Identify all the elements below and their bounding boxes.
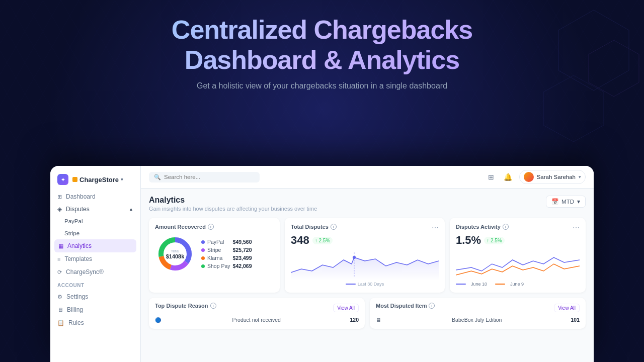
avatar bbox=[524, 172, 534, 182]
main-content: 🔍 ⊞ 🔔 Sarah Sarehah ▾ Analytics Gain ins… bbox=[141, 166, 594, 362]
dashboard-icon: ⊞ bbox=[57, 194, 62, 200]
sidebar-item-dashboard[interactable]: ⊞ Dashboard bbox=[50, 190, 140, 203]
total-disputes-menu-icon[interactable]: ⋯ bbox=[432, 224, 439, 232]
grid-icon[interactable]: ⊞ bbox=[485, 171, 497, 183]
shoppay-dot bbox=[201, 264, 205, 268]
store-chevron-icon: ▾ bbox=[121, 177, 123, 182]
dispute-reason-row: 🔵 Product not received 120 bbox=[155, 316, 359, 324]
sidebar-item-billing[interactable]: 🖥 Billing bbox=[50, 303, 140, 316]
sidebar-item-rules[interactable]: 📋 Rules bbox=[50, 316, 140, 329]
most-disputed-view-all-button[interactable]: View All bbox=[554, 304, 580, 312]
total-disputes-header: Total Disputes i ⋯ bbox=[291, 224, 439, 234]
calendar-icon: 📅 bbox=[551, 198, 558, 205]
sidebar-item-paypal[interactable]: PayPal bbox=[50, 215, 140, 227]
topbar-actions: ⊞ 🔔 Sarah Sarehah ▾ bbox=[485, 170, 586, 184]
disputes-activity-card: Disputes Activity i ⋯ 1.5% ↑ 2.5% bbox=[450, 218, 586, 293]
most-disputed-item-row: 🖥 BabeBox July Edition 101 bbox=[376, 316, 580, 324]
user-name: Sarah Sarehah bbox=[537, 174, 576, 180]
disputes-activity-info-icon: i bbox=[503, 224, 509, 230]
stripe-dot bbox=[201, 248, 205, 252]
store-name[interactable]: ChargeStore ▾ bbox=[72, 176, 123, 184]
legend: PayPal $49,560 Stripe $25,720 Klarna bbox=[201, 239, 252, 269]
search-input[interactable] bbox=[164, 174, 255, 180]
legend-item-paypal: PayPal $49,560 bbox=[201, 239, 252, 245]
sidebar-item-disputes[interactable]: ◈ Disputes ▲ bbox=[50, 203, 140, 215]
disputes-activity-menu-icon[interactable]: ⋯ bbox=[573, 224, 580, 232]
most-disputed-item-card: Most Disputed Item i View All 🖥 BabeBox … bbox=[370, 298, 586, 329]
svg-point-9 bbox=[353, 256, 356, 259]
store-badge-icon bbox=[72, 177, 77, 182]
amount-recovered-title: Amount Recovered i bbox=[155, 224, 274, 230]
date-filter-button[interactable]: 📅 MTD ▾ bbox=[546, 196, 586, 208]
topbar: 🔍 ⊞ 🔔 Sarah Sarehah ▾ bbox=[141, 166, 594, 189]
legend-item-stripe: Stripe $25,720 bbox=[201, 247, 252, 253]
sidebar-item-label: Templates bbox=[64, 255, 92, 262]
page-title: Analytics bbox=[149, 196, 317, 205]
top-dispute-view-all-button[interactable]: View All bbox=[333, 304, 359, 312]
sidebar-item-label: Disputes bbox=[66, 206, 90, 213]
analytics-icon: ▦ bbox=[58, 243, 63, 249]
top-dispute-header: Top Dispute Reason i View All bbox=[155, 303, 359, 313]
disputes-activity-value: 1.5% ↑ 2.5% bbox=[456, 234, 580, 247]
donut-center: Total $1408k bbox=[166, 249, 185, 259]
donut-area: Total $1408k PayPal $49,560 bbox=[155, 234, 274, 274]
paypal-dot bbox=[201, 240, 205, 244]
sidebar-item-chargesync[interactable]: ⟳ ChargeSync® bbox=[50, 265, 140, 279]
june10-line-icon bbox=[456, 284, 466, 285]
donut-label: Total bbox=[166, 249, 185, 253]
user-pill[interactable]: Sarah Sarehah ▾ bbox=[519, 170, 586, 184]
total-disputes-card: Total Disputes i ⋯ 348 ↑ 2.5% bbox=[285, 218, 445, 293]
settings-icon: ⚙ bbox=[57, 294, 62, 300]
legend-item-shoppay: Shop Pay $42,069 bbox=[201, 263, 252, 269]
top-dispute-reason-card: Top Dispute Reason i View All 🔵 Product … bbox=[149, 298, 365, 329]
amount-recovered-card: Amount Recovered i bbox=[149, 218, 280, 293]
most-disputed-header: Most Disputed Item i View All bbox=[376, 303, 580, 313]
dispute-reason-icon: 🔵 bbox=[155, 317, 161, 323]
filter-chevron-icon: ▾ bbox=[577, 198, 580, 205]
sidebar-item-label: Rules bbox=[68, 319, 84, 326]
disputes-activity-chart bbox=[456, 250, 580, 280]
hero-subtitle: Get a holistic view of your chargebacks … bbox=[0, 81, 644, 90]
klarna-dot bbox=[201, 256, 205, 260]
most-disputed-item-icon: 🖥 bbox=[376, 317, 381, 323]
most-disputed-title: Most Disputed Item i bbox=[376, 303, 435, 309]
total-disputes-value: 348 ↑ 2.5% bbox=[291, 234, 439, 247]
disputes-chevron-icon: ▲ bbox=[129, 207, 133, 212]
sidebar-item-label: Billing bbox=[67, 306, 83, 313]
account-section-label: Account bbox=[50, 279, 140, 290]
disputes-activity-badge: ↑ 2.5% bbox=[484, 237, 505, 244]
chargesync-icon: ⟳ bbox=[57, 269, 62, 276]
hero-title: Centralized Chargebacks Dashboard & Anal… bbox=[0, 15, 644, 75]
user-chevron-icon: ▾ bbox=[579, 174, 581, 179]
page-description: Gain insights into how disputes are affe… bbox=[149, 206, 317, 212]
sidebar-item-label: Analytics bbox=[67, 242, 92, 249]
sidebar-item-analytics[interactable]: ▦ Analytics bbox=[54, 239, 136, 252]
search-box[interactable]: 🔍 bbox=[149, 172, 260, 183]
total-disputes-chart-label: Last 30 Days bbox=[291, 282, 439, 287]
total-disputes-badge: ↑ 2.5% bbox=[312, 237, 333, 244]
sidebar-item-templates[interactable]: ≡ Templates bbox=[50, 252, 140, 265]
bottom-row: Top Dispute Reason i View All 🔵 Product … bbox=[149, 298, 586, 329]
most-disputed-info-icon: i bbox=[429, 303, 435, 309]
sidebar: ✦ ChargeStore ▾ ⊞ Dashboard ◈ Disputes ▲… bbox=[50, 166, 141, 362]
sidebar-logo: ✦ ChargeStore ▾ bbox=[50, 172, 140, 190]
billing-icon: 🖥 bbox=[57, 307, 63, 313]
sidebar-item-label: Settings bbox=[66, 293, 88, 300]
disputes-line-icon bbox=[346, 284, 356, 285]
search-icon: 🔍 bbox=[154, 174, 161, 180]
amount-recovered-info-icon: i bbox=[208, 224, 214, 230]
bell-icon[interactable]: 🔔 bbox=[502, 171, 514, 183]
sidebar-item-stripe[interactable]: Stripe bbox=[50, 227, 140, 239]
disputes-activity-header: Disputes Activity i ⋯ bbox=[456, 224, 580, 234]
sidebar-item-label: Dashboard bbox=[66, 193, 96, 200]
sidebar-item-settings[interactable]: ⚙ Settings bbox=[50, 290, 140, 303]
page-title-block: Analytics Gain insights into how dispute… bbox=[149, 196, 317, 212]
activity-legend: June 10 June 9 bbox=[456, 282, 580, 287]
top-dispute-info-icon: i bbox=[210, 303, 216, 309]
top-dispute-title: Top Dispute Reason i bbox=[155, 303, 216, 309]
sidebar-item-label: ChargeSync® bbox=[66, 268, 104, 276]
june9-line-icon bbox=[495, 284, 505, 285]
legend-item-klarna: Klarna $23,499 bbox=[201, 255, 252, 261]
rules-icon: 📋 bbox=[57, 320, 64, 326]
disputes-icon: ◈ bbox=[57, 206, 62, 213]
